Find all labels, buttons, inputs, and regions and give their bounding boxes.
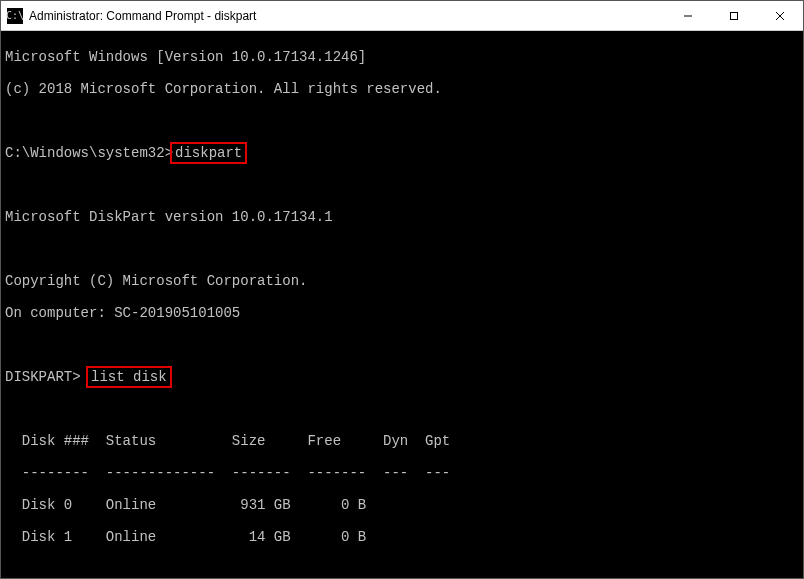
minimize-icon [683, 11, 693, 21]
window-title: Administrator: Command Prompt - diskpart [29, 9, 256, 23]
blank-line [5, 561, 799, 577]
svg-rect-1 [731, 12, 738, 19]
line-diskpart-copyright: Copyright (C) Microsoft Corporation. [5, 273, 799, 289]
blank-line [5, 113, 799, 129]
line-diskpart-version: Microsoft DiskPart version 10.0.17134.1 [5, 209, 799, 225]
terminal-output[interactable]: Microsoft Windows [Version 10.0.17134.12… [1, 31, 803, 578]
prompt-line-diskpart: C:\Windows\system32>diskpart [5, 145, 799, 161]
disk-table-row-0: Disk 0 Online 931 GB 0 B [5, 497, 799, 513]
line-on-computer: On computer: SC-201905101005 [5, 305, 799, 321]
prompt-line-list-disk: DISKPART> list disk [5, 369, 799, 385]
close-button[interactable] [757, 1, 803, 31]
diskpart-prompt: DISKPART> [5, 369, 81, 385]
disk-table-header: Disk ### Status Size Free Dyn Gpt [5, 433, 799, 449]
blank-line [5, 177, 799, 193]
disk-table-divider: -------- ------------- ------- ------- -… [5, 465, 799, 481]
cmd-list-disk: list disk [89, 369, 169, 385]
command-prompt-window: C:\ Administrator: Command Prompt - disk… [0, 0, 804, 579]
line-windows-copyright: (c) 2018 Microsoft Corporation. All righ… [5, 81, 799, 97]
maximize-button[interactable] [711, 1, 757, 31]
maximize-icon [729, 11, 739, 21]
prompt-path: C:\Windows\system32> [5, 145, 173, 161]
blank-line [5, 241, 799, 257]
blank-line [5, 401, 799, 417]
titlebar[interactable]: C:\ Administrator: Command Prompt - disk… [1, 1, 803, 31]
line-windows-version: Microsoft Windows [Version 10.0.17134.12… [5, 49, 799, 65]
close-icon [775, 11, 785, 21]
disk-table-row-1: Disk 1 Online 14 GB 0 B [5, 529, 799, 545]
cmd-diskpart: diskpart [173, 145, 244, 161]
blank-line [5, 337, 799, 353]
app-icon: C:\ [7, 8, 23, 24]
minimize-button[interactable] [665, 1, 711, 31]
